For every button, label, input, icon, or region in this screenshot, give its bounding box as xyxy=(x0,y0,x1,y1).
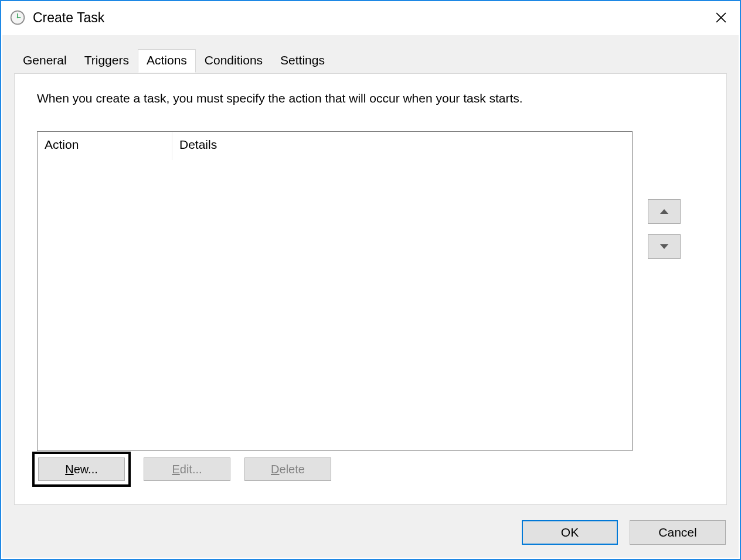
tab-triggers[interactable]: Triggers xyxy=(76,49,138,73)
edit-button[interactable]: Edit... xyxy=(144,457,230,481)
svg-marker-7 xyxy=(660,244,668,249)
actions-listview[interactable]: Action Details xyxy=(37,131,633,451)
action-buttons-row: New... Edit... Delete xyxy=(32,452,345,487)
svg-point-3 xyxy=(17,17,19,19)
listview-header: Action Details xyxy=(38,132,632,160)
new-button-highlight: New... xyxy=(32,452,131,487)
reorder-controls xyxy=(648,199,681,269)
clock-icon xyxy=(9,9,26,26)
window-title: Create Task xyxy=(33,10,708,26)
client-area: General Triggers Actions Conditions Sett… xyxy=(2,35,739,558)
svg-marker-6 xyxy=(660,209,668,214)
ok-button[interactable]: OK xyxy=(522,520,618,545)
tab-conditions[interactable]: Conditions xyxy=(196,49,271,73)
tab-actions[interactable]: Actions xyxy=(138,49,196,73)
column-details[interactable]: Details xyxy=(172,132,632,160)
dialog-buttons: OK Cancel xyxy=(510,520,726,545)
delete-button[interactable]: Delete xyxy=(244,457,331,481)
tab-general[interactable]: General xyxy=(14,49,76,73)
move-down-button[interactable] xyxy=(648,234,681,259)
titlebar: Create Task xyxy=(1,1,740,34)
new-button[interactable]: New... xyxy=(38,457,125,481)
close-button[interactable] xyxy=(708,5,734,30)
tabstrip: General Triggers Actions Conditions Sett… xyxy=(14,49,334,73)
create-task-window: Create Task General Triggers Actions Con… xyxy=(0,0,741,560)
instruction-text: When you create a task, you must specify… xyxy=(37,91,523,105)
move-up-button[interactable] xyxy=(648,199,681,224)
actions-panel: When you create a task, you must specify… xyxy=(14,73,727,505)
tab-settings[interactable]: Settings xyxy=(271,49,334,73)
column-action[interactable]: Action xyxy=(38,132,172,160)
triangle-up-icon xyxy=(660,209,668,214)
cancel-button[interactable]: Cancel xyxy=(630,520,726,545)
triangle-down-icon xyxy=(660,244,668,249)
